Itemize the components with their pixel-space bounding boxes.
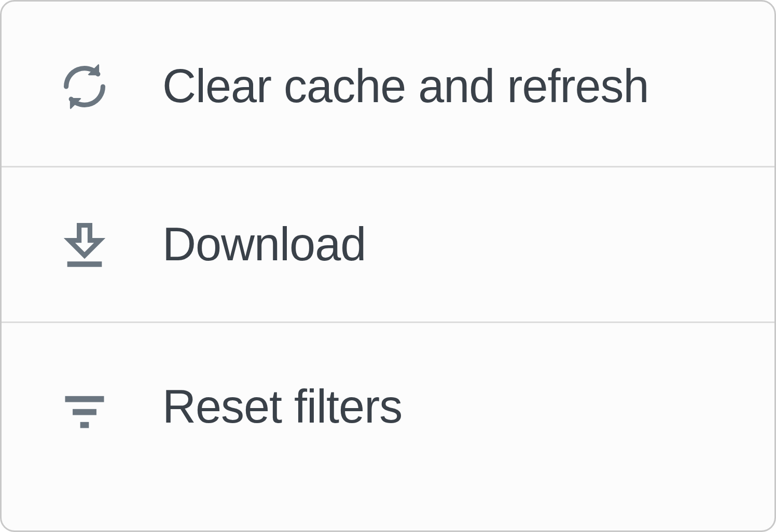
menu-item-reset-filters[interactable]: Reset filters [2,323,774,530]
menu-item-clear-cache[interactable]: Clear cache and refresh [2,2,774,167]
menu-item-label: Download [162,218,366,271]
menu-item-label: Reset filters [162,380,402,433]
svg-rect-2 [73,409,96,415]
svg-rect-3 [80,422,89,428]
refresh-icon [53,55,116,118]
menu-item-label: Clear cache and refresh [162,60,649,113]
download-icon [53,214,116,276]
context-menu: Clear cache and refresh Download Reset f… [0,0,776,532]
menu-item-download[interactable]: Download [2,167,774,323]
svg-rect-1 [65,396,104,402]
filter-icon [53,380,116,442]
